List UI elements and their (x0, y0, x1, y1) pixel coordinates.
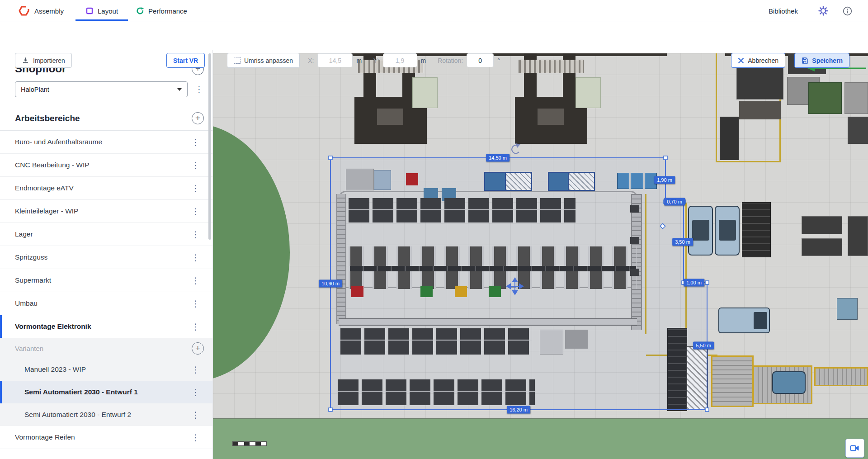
camera-icon (849, 443, 860, 454)
adjust-outline-button[interactable]: Umriss anpassen (227, 53, 300, 68)
conveyor-unit (630, 237, 639, 244)
agv-vehicle[interactable] (772, 371, 806, 394)
storage-box[interactable] (540, 330, 563, 355)
workspace-label: Vormontage Reifen (15, 433, 75, 441)
yellow-marker[interactable] (455, 286, 467, 297)
dimension-label: 3,50 m (672, 238, 693, 246)
rotation-input[interactable] (467, 53, 494, 67)
forklift-cab (754, 312, 767, 329)
y-unit: m (421, 57, 426, 64)
sidebar-item-cnc[interactable]: CNC Bearbeitung - WIP ⋮ (0, 154, 212, 177)
camera-view-button[interactable] (845, 439, 864, 458)
roller-conveyor[interactable] (711, 355, 754, 407)
table[interactable] (802, 216, 842, 234)
sidebar-item-buero[interactable]: Büro- und Aufenthaltsräume ⋮ (0, 131, 212, 154)
tab-performance[interactable]: Performance (136, 7, 187, 15)
conveyor-line[interactable] (339, 318, 637, 326)
workspace-menu-button[interactable]: ⋮ (189, 230, 203, 239)
workbench-row[interactable] (340, 328, 532, 355)
sidebar-scrollbar[interactable] (208, 53, 211, 240)
sidebar-item-lager[interactable]: Lager ⋮ (0, 223, 212, 246)
blue-station[interactable] (484, 172, 506, 191)
workspace-menu-button[interactable]: ⋮ (189, 161, 203, 170)
conveyor-line[interactable] (350, 266, 636, 271)
machine[interactable] (837, 298, 858, 320)
save-label: Speichern (812, 57, 843, 64)
conveyor-vertical[interactable] (336, 194, 346, 324)
tab-layout[interactable]: Layout (85, 7, 118, 15)
add-area-button[interactable]: + (192, 112, 204, 124)
workbench-row[interactable] (349, 198, 576, 222)
machine[interactable] (736, 66, 783, 99)
workspace-menu-button[interactable]: ⋮ (189, 322, 203, 331)
green-marker[interactable] (489, 286, 501, 297)
red-marker[interactable] (351, 286, 363, 297)
conveyor-unit (630, 205, 639, 213)
bibliothek-link[interactable]: Bibliothek (769, 7, 798, 15)
variant-menu-button[interactable]: ⋮ (189, 365, 203, 374)
workspace-menu-button[interactable]: ⋮ (189, 299, 203, 308)
y-input (383, 53, 417, 67)
plant-select[interactable]: HaloPlant (15, 81, 188, 97)
blue-station-group[interactable] (617, 173, 657, 189)
dimension-label: 0,70 m (664, 198, 685, 206)
pallet-area[interactable] (576, 77, 601, 108)
performance-icon (136, 7, 144, 15)
plant-menu-button[interactable]: ⋮ (192, 85, 206, 94)
sidebar-item-vormontage-elektronik[interactable]: Vormontage Elektronik ⋮ (0, 315, 212, 338)
pallet-area[interactable] (412, 77, 438, 108)
green-marker[interactable] (420, 286, 433, 297)
info-icon[interactable] (842, 6, 853, 16)
variant-item-entwurf-1[interactable]: Semi Automatiert 2030 - Entwurf 1 ⋮ (0, 381, 212, 403)
workbench-row[interactable] (338, 379, 535, 405)
workspace-menu-button[interactable]: ⋮ (189, 433, 203, 442)
add-variant-button[interactable]: + (192, 342, 204, 355)
settings-gear-icon[interactable] (818, 5, 829, 16)
variant-menu-button[interactable]: ⋮ (189, 411, 203, 419)
import-button[interactable]: Importieren (15, 53, 72, 68)
workspace-menu-button[interactable]: ⋮ (189, 207, 203, 216)
machine[interactable] (808, 82, 842, 114)
storage-box[interactable] (565, 330, 588, 349)
blue-station[interactable] (548, 172, 569, 191)
layout-canvas[interactable]: 14,50 m 1,90 m 0,70 m 3,50 m 1,00 m 10,9… (213, 53, 868, 459)
workspace-label: Endmontage eATV (15, 184, 74, 192)
cabinet[interactable] (346, 169, 374, 190)
save-button[interactable]: Speichern (794, 53, 849, 68)
shelf-rack[interactable] (667, 328, 687, 411)
toolbar: Importieren Start VR Umriss anpassen X: … (0, 22, 868, 50)
variant-item-manuell-2023[interactable]: Manuell 2023 - WIP ⋮ (0, 358, 212, 381)
sidebar-item-spritzguss[interactable]: Spritzguss ⋮ (0, 246, 212, 269)
navbar-right: Bibliothek (769, 5, 853, 16)
roller-conveyor[interactable] (814, 367, 868, 386)
hatched-zone[interactable] (686, 346, 708, 410)
variant-item-entwurf-2[interactable]: Semi Automatiert 2030 - Entwurf 2 ⋮ (0, 403, 212, 426)
table[interactable] (802, 238, 842, 256)
workspace-menu-button[interactable]: ⋮ (189, 138, 203, 147)
workspace-menu-button[interactable]: ⋮ (189, 276, 203, 285)
cancel-button[interactable]: Abbrechen (731, 53, 785, 68)
path-marking (716, 161, 781, 162)
cabinet[interactable] (374, 170, 391, 190)
machine-rack[interactable] (519, 60, 584, 73)
red-marker[interactable] (406, 173, 418, 185)
sidebar-item-supermarkt[interactable]: Supermarkt ⋮ (0, 269, 212, 292)
workspace-menu-button[interactable]: ⋮ (189, 184, 203, 193)
machine[interactable] (720, 117, 739, 160)
table[interactable] (848, 216, 868, 256)
storage-rack[interactable] (742, 202, 771, 257)
machine[interactable] (739, 101, 781, 119)
save-icon (801, 57, 808, 64)
machine[interactable] (844, 82, 868, 114)
workspace-menu-button[interactable]: ⋮ (189, 253, 203, 262)
transform-controls: Umriss anpassen X: m Y: m Rotation: ° (227, 53, 500, 68)
sidebar-item-endmontage[interactable]: Endmontage eATV ⋮ (0, 177, 212, 200)
adjust-outline-label: Umriss anpassen (244, 57, 293, 64)
sidebar-item-vormontage-reifen[interactable]: Vormontage Reifen ⋮ (0, 426, 212, 449)
sidebar-item-umbau[interactable]: Umbau ⋮ (0, 292, 212, 315)
sidebar-item-kleinteilelager[interactable]: Kleinteilelager - WIP ⋮ (0, 200, 212, 223)
brand-logo-icon (18, 5, 30, 17)
machine[interactable] (848, 117, 868, 144)
start-vr-button[interactable]: Start VR (166, 53, 205, 68)
variant-menu-button[interactable]: ⋮ (189, 388, 203, 397)
